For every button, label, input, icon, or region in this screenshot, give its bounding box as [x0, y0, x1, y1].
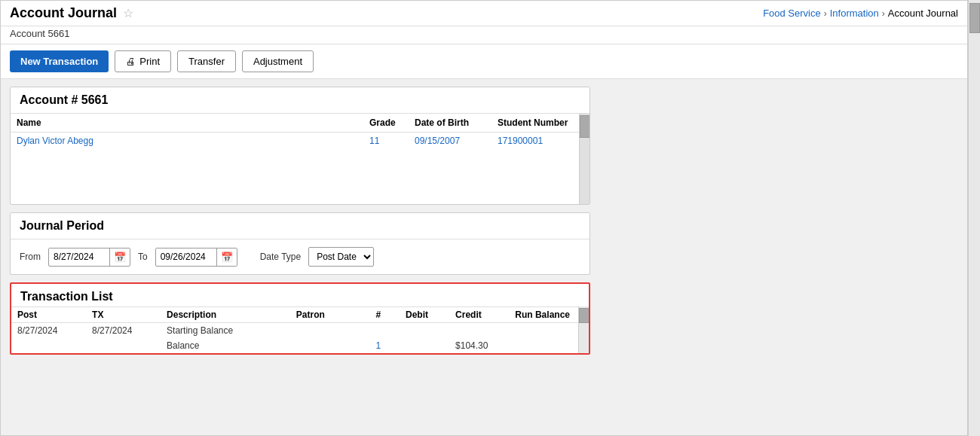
tx-runbal-0 [509, 323, 589, 339]
to-date-wrap: 📅 [155, 248, 237, 267]
tx-post-0: 8/27/2024 [11, 323, 86, 339]
student-dob: 09/15/2007 [409, 133, 492, 150]
to-label: To [138, 252, 148, 262]
print-icon [126, 56, 136, 67]
transaction-table: Post TX Description Patron # Debit Credi… [11, 306, 589, 353]
tx-credit-1: $104.30 [449, 338, 509, 353]
journal-period-body: From 📅 To 📅 Date Type Post Date [11, 239, 590, 274]
right-panel [598, 87, 958, 428]
page-body: Account # 5661 Name Grade Date of Birth … [1, 79, 967, 435]
transaction-list-card: Transaction List Post TX Description Pat… [10, 282, 590, 355]
breadcrumb-information[interactable]: Information [830, 8, 879, 19]
to-date-input[interactable] [156, 248, 216, 265]
journal-period-header: Journal Period [11, 213, 590, 239]
col-student-number: Student Number [492, 114, 590, 133]
th-patron: Patron [290, 307, 370, 323]
tx-debit-1 [400, 338, 449, 353]
col-grade: Grade [363, 114, 409, 133]
account-scrollbar-thumb[interactable] [580, 115, 590, 138]
tx-desc-1: Balance [161, 338, 290, 353]
student-number: 171900001 [492, 133, 590, 150]
date-type-select[interactable]: Post Date [308, 247, 374, 267]
journal-period-card: Journal Period From 📅 To 📅 Date Type Pos… [10, 212, 590, 275]
sub-header: Account 5661 [1, 26, 967, 44]
account-table-header-row: Name Grade Date of Birth Student Number [11, 114, 590, 133]
tx-num-0 [369, 323, 400, 339]
col-dob: Date of Birth [409, 114, 492, 133]
col-name: Name [11, 114, 363, 133]
print-button[interactable]: Print [115, 50, 171, 72]
tx-debit-0 [400, 323, 449, 339]
student-name: Dylan Victor Abegg [11, 133, 363, 150]
tx-credit-0 [449, 323, 509, 339]
adjustment-button[interactable]: Adjustment [242, 50, 314, 72]
page-scrollbar-thumb[interactable] [969, 3, 980, 33]
account-subtitle: Account 5661 [10, 28, 70, 39]
tx-tx-0: 8/27/2024 [86, 323, 161, 339]
star-icon[interactable]: ☆ [123, 6, 133, 20]
page-title: Account Journal [10, 5, 117, 21]
breadcrumb: Food Service › Information › Account Jou… [763, 8, 958, 19]
tx-post-1 [11, 338, 86, 353]
transfer-button[interactable]: Transfer [177, 50, 236, 72]
account-card-header: Account # 5661 [11, 87, 590, 114]
tx-desc-0: Starting Balance [161, 323, 290, 339]
from-date-input[interactable] [49, 248, 109, 265]
breadcrumb-sep-2: › [882, 8, 885, 19]
header-bar: Account Journal ☆ Food Service › Informa… [1, 1, 967, 26]
account-scrollbar[interactable] [579, 114, 590, 204]
transaction-scrollbar-thumb[interactable] [579, 308, 589, 323]
transaction-table-wrap: Post TX Description Patron # Debit Credi… [11, 306, 589, 353]
transaction-header-row: Post TX Description Patron # Debit Credi… [11, 307, 589, 323]
breadcrumb-food-service[interactable]: Food Service [763, 8, 821, 19]
left-panel: Account # 5661 Name Grade Date of Birth … [10, 87, 590, 428]
th-desc: Description [161, 307, 290, 323]
account-table: Name Grade Date of Birth Student Number … [11, 114, 590, 149]
student-grade: 11 [363, 133, 409, 150]
tx-tx-1 [86, 338, 161, 353]
th-num: # [369, 307, 400, 323]
account-table-row: Dylan Victor Abegg 11 09/15/2007 1719000… [11, 133, 590, 150]
transaction-list-header: Transaction List [11, 284, 589, 306]
tx-patron-0 [290, 323, 370, 339]
from-calendar-button[interactable]: 📅 [109, 248, 130, 266]
toolbar: New Transaction Print Transfer Adjustmen… [1, 44, 967, 79]
th-debit: Debit [400, 307, 449, 323]
tx-num-1: 1 [369, 338, 400, 353]
th-run-balance: Run Balance [509, 307, 589, 323]
breadcrumb-current: Account Journal [888, 8, 958, 19]
print-label: Print [139, 56, 160, 67]
tx-runbal-1 [509, 338, 589, 353]
from-date-wrap: 📅 [48, 248, 130, 267]
th-tx: TX [86, 307, 161, 323]
header-title: Account Journal ☆ [10, 5, 133, 21]
transaction-row-0: 8/27/2024 8/27/2024 Starting Balance [11, 323, 589, 339]
account-card-body: Name Grade Date of Birth Student Number … [11, 114, 590, 204]
date-type-label: Date Type [260, 252, 301, 262]
new-transaction-button[interactable]: New Transaction [10, 50, 109, 72]
to-calendar-button[interactable]: 📅 [216, 248, 237, 266]
th-post: Post [11, 307, 86, 323]
breadcrumb-sep-1: › [824, 8, 827, 19]
transaction-row-1: Balance 1 $104.30 [11, 338, 589, 353]
th-credit: Credit [449, 307, 509, 323]
tx-patron-1 [290, 338, 370, 353]
transaction-scrollbar[interactable] [578, 306, 589, 353]
page-scrollbar[interactable] [968, 0, 980, 436]
from-label: From [20, 252, 41, 262]
account-card: Account # 5661 Name Grade Date of Birth … [10, 87, 590, 205]
